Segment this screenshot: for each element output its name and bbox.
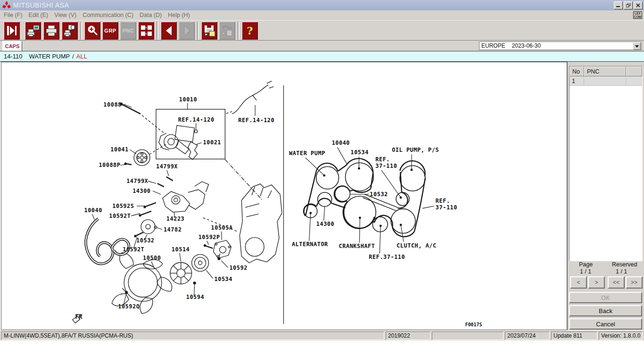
menu-file[interactable]: File (F) [4,12,23,18]
window-title: MITSUBISHI ASA [13,1,69,9]
part-label: 10592S [112,203,134,209]
part-label: CLUTCH, A/C [396,242,437,249]
parts-diagram-svg: 1008810010REF.14-120REF.14-1201002110041… [1,62,567,330]
cancel-button[interactable]: Cancel [569,318,642,330]
title-bar: MITSUBISHI ASA [0,0,644,10]
toolbar: GRP PNC [0,20,644,41]
part-label: 10040 [332,140,350,146]
part-label: 10505A [211,224,233,231]
close-button[interactable] [634,1,643,9]
page-prev-button[interactable]: < [570,276,587,289]
tab-row: CAPS EUROPE 2023-06-30 [0,41,644,51]
leader-dot [323,174,325,177]
help-button[interactable]: ? [242,22,258,40]
menu-data[interactable]: Data (D) [140,12,162,18]
part-label: REF. [436,198,450,204]
leader-line [309,213,311,241]
part-label: 37-110 [375,163,397,169]
menu-edit[interactable]: Edit (E) [29,12,49,18]
leader-dot [359,216,361,219]
back-nav-button[interactable]: Back [569,305,642,316]
status-date: 2023/07/24 [505,331,550,340]
multi-view-button[interactable] [138,22,154,40]
leader-line [180,253,181,262]
menu-communication[interactable]: Communication (C) [83,12,133,18]
leader-line [148,181,156,183]
tab-caps[interactable]: CAPS [2,41,22,51]
column-header-filler [626,66,642,76]
part-label: 10592T [123,246,144,253]
part-label: 10010 [179,96,197,103]
chevron-down-icon [635,45,639,48]
back-button[interactable] [161,22,177,40]
status-empty [432,331,504,340]
part-label: 10592 [229,265,247,271]
print-screen-button[interactable] [25,22,41,40]
toolbar-separator [197,22,199,40]
part-label: 10500 [143,255,161,261]
leader-line [422,206,434,208]
toolbar-separator [80,22,82,40]
menu-help[interactable]: Help (H) [168,12,190,18]
print-preview-icon [63,24,77,38]
print-preview-button[interactable] [62,22,78,40]
region-select[interactable]: EUROPE 2023-06-30 [479,41,642,50]
exit-icon [5,24,19,38]
reserved-last-button[interactable]: >> [626,276,643,289]
region-dropdown-button[interactable] [633,42,641,50]
save-button[interactable] [201,22,217,40]
part-label: 14799X [156,163,178,170]
minimize-button[interactable] [614,1,623,9]
print-icon [44,24,58,38]
part-label: 14300 [316,221,334,227]
close-icon [636,3,640,8]
parts-diagram-area[interactable]: 1008810010REF.14-120REF.14-1201002110041… [1,62,567,330]
pulley-water-pump [316,166,339,189]
leader-dot [400,224,402,226]
leader-line [338,147,347,165]
table-row[interactable]: 1 [570,76,642,86]
leader-line [153,191,161,194]
ok-button: OK [569,292,642,303]
pnc-label: PNC [123,28,134,33]
part-label: WATER PUMP [289,150,325,157]
toolbar-separator [238,22,239,40]
export-button [219,22,235,40]
part-label: REF. [375,156,390,163]
region-date: 2023-06-30 [512,42,541,49]
status-vehicle: M-LINW(4WD,5SEAT),8FA/T RUSSIA(PCMA-RUS) [1,331,384,340]
lexcom-line1: LEX [634,12,641,15]
menu-view[interactable]: View (V) [54,12,76,18]
print-button[interactable] [43,22,59,40]
forward-button [179,22,195,40]
part-label: 10592P [198,234,220,240]
pnc-list-box[interactable]: No PNC 1 [569,66,643,261]
row-pnc-cell [584,76,626,86]
zoom-icon [85,24,99,38]
grp-button[interactable]: GRP [102,22,118,40]
part-label: FR [75,314,83,320]
leader-dot [309,212,312,214]
part-label: ALTERNATOR [292,241,328,248]
part-label: 37-110 [436,204,457,211]
page-next-button[interactable]: > [588,276,605,289]
breadcrumb: 14-110 WATER PUMP / ALL [0,51,644,62]
part-label: OIL PUMP, P/S [392,147,439,153]
restore-button[interactable] [624,1,633,9]
part-label: 10088P [99,162,120,168]
multi-view-icon [139,24,153,38]
part-label: REF.14-120 [178,116,215,123]
part-label: 14782 [164,226,182,233]
part-label: 14799X [126,178,148,184]
part-label: 10592T [109,213,131,219]
reserved-first-button[interactable]: << [608,276,625,289]
exit-button[interactable] [4,22,20,40]
column-header-no: No [570,66,584,76]
zoom-button[interactable] [84,22,100,40]
help-icon: ? [247,26,253,35]
forward-icon [180,24,194,38]
part-label: 10088 [103,101,121,108]
leader-line [324,207,325,221]
menu-bar: File (F) Edit (E) View (V) Communication… [0,10,644,20]
leader-line [130,149,136,154]
